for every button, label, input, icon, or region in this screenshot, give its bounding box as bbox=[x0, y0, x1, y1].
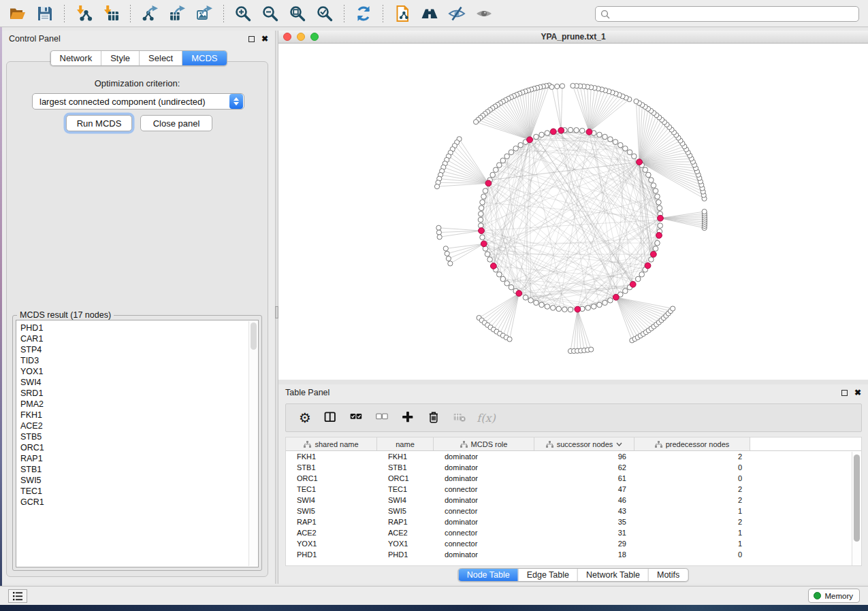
table-row[interactable]: SWI5SWI5connector431 bbox=[286, 506, 861, 516]
main-toolbar bbox=[0, 0, 868, 27]
mcds-result-item[interactable]: SWI5 bbox=[20, 475, 258, 486]
import-table-button[interactable] bbox=[99, 3, 123, 24]
float-panel-icon[interactable] bbox=[248, 36, 255, 42]
horizontal-splitter[interactable] bbox=[278, 380, 868, 384]
cell-predecessor-nodes: 2 bbox=[634, 452, 750, 461]
table-row[interactable]: STB1STB1dominator620 bbox=[286, 462, 861, 473]
show-all-button bbox=[472, 3, 496, 24]
mcds-result-item[interactable]: PMA2 bbox=[20, 399, 258, 410]
column-header-MCDS-role[interactable]: MCDS role bbox=[434, 437, 534, 450]
float-panel-icon[interactable] bbox=[841, 390, 848, 396]
hide-selected-button[interactable] bbox=[445, 3, 468, 24]
gear-icon: ⚙ bbox=[299, 411, 311, 425]
table-row[interactable]: FKH1FKH1dominator962 bbox=[286, 451, 861, 462]
tab-select[interactable]: Select bbox=[140, 51, 182, 65]
mcds-result-item[interactable]: GCR1 bbox=[20, 497, 258, 508]
scrollbar-thumb[interactable] bbox=[251, 323, 257, 350]
cell-shared-name: RAP1 bbox=[286, 518, 377, 526]
column-header-successor-nodes[interactable]: successor nodes bbox=[534, 437, 634, 450]
cell-MCDS-role: dominator bbox=[434, 518, 534, 526]
close-panel-icon[interactable]: ✖ bbox=[854, 389, 861, 397]
mcds-result-item[interactable]: CAR1 bbox=[20, 333, 258, 344]
tab-network[interactable]: Network bbox=[50, 51, 101, 65]
zoom-selected-button[interactable] bbox=[313, 3, 336, 24]
criterion-selected-value: largest connected component (undirected) bbox=[33, 97, 229, 107]
table-scrollbar[interactable] bbox=[852, 452, 861, 565]
column-header-name[interactable]: name bbox=[377, 437, 434, 450]
import-network-button[interactable] bbox=[72, 3, 95, 24]
run-mcds-button[interactable]: Run MCDS bbox=[66, 115, 132, 131]
mcds-result-item[interactable]: TEC1 bbox=[20, 486, 258, 497]
mcds-result-item[interactable]: STB1 bbox=[20, 464, 258, 475]
zoom-out-button[interactable] bbox=[259, 3, 282, 24]
memory-button[interactable]: Memory bbox=[808, 589, 860, 603]
cell-name: STB1 bbox=[377, 463, 434, 472]
mcds-result-item[interactable]: TID3 bbox=[20, 355, 258, 366]
control-panel: Control Panel ✖ NetworkStyleSelectMCDS O… bbox=[2, 31, 275, 584]
mcds-result-item[interactable]: FKH1 bbox=[20, 410, 258, 420]
table-row[interactable]: SWI4SWI4dominator462 bbox=[286, 495, 861, 506]
table-row[interactable]: PHD1PHD1dominator180 bbox=[286, 549, 861, 560]
open-session-button[interactable] bbox=[6, 3, 29, 24]
mcds-result-item[interactable]: SWI4 bbox=[20, 377, 258, 388]
mcds-result-item[interactable]: YOX1 bbox=[20, 366, 258, 377]
table-row[interactable]: YOX1YOX1connector291 bbox=[286, 538, 861, 549]
close-panel-button[interactable]: Close panel bbox=[140, 115, 212, 131]
mcds-result-item[interactable]: SRD1 bbox=[20, 388, 258, 399]
mcds-result-item[interactable]: ACE2 bbox=[20, 420, 258, 431]
tab-edge-table[interactable]: Edge Table bbox=[519, 569, 578, 581]
cell-predecessor-nodes: 0 bbox=[634, 474, 750, 482]
column-header-shared-name[interactable]: shared name bbox=[286, 437, 377, 450]
column-type-icon bbox=[304, 441, 311, 448]
cell-MCDS-role: connector bbox=[434, 540, 534, 548]
cell-shared-name: ACE2 bbox=[286, 529, 377, 537]
column-header-predecessor-nodes[interactable]: predecessor nodes bbox=[634, 437, 750, 450]
memory-status-icon bbox=[814, 592, 821, 599]
mcds-result-item[interactable]: ORC1 bbox=[20, 442, 258, 453]
search-box[interactable] bbox=[595, 6, 859, 22]
export-network-button[interactable] bbox=[138, 3, 161, 24]
export-table-button[interactable] bbox=[165, 3, 189, 24]
mcds-result-item[interactable]: PHD1 bbox=[20, 323, 258, 333]
scrollbar-thumb[interactable] bbox=[854, 455, 860, 542]
tab-mcds[interactable]: MCDS bbox=[182, 51, 226, 65]
first-neighbors-button[interactable] bbox=[418, 3, 441, 24]
apply-preferred-layout-button[interactable] bbox=[352, 3, 375, 24]
mcds-result-item[interactable]: STP4 bbox=[20, 344, 258, 355]
new-network-from-selection-button[interactable] bbox=[391, 3, 414, 24]
table-row[interactable]: ORC1ORC1dominator610 bbox=[286, 473, 861, 484]
close-panel-icon[interactable]: ✖ bbox=[261, 35, 268, 43]
zoom-in-button[interactable] bbox=[231, 3, 255, 24]
mcds-list-scrollbar[interactable] bbox=[248, 321, 257, 566]
optimization-criterion-select[interactable]: largest connected component (undirected) bbox=[32, 93, 244, 110]
tab-node-table[interactable]: Node Table bbox=[459, 569, 519, 581]
network-view[interactable] bbox=[278, 44, 868, 380]
deselect-all-rows-button[interactable] bbox=[372, 407, 393, 429]
cell-MCDS-role: dominator bbox=[434, 496, 534, 504]
column-settings-button[interactable]: ⚙ bbox=[294, 407, 316, 429]
cell-predecessor-nodes: 1 bbox=[634, 507, 750, 515]
tab-motifs[interactable]: Motifs bbox=[649, 569, 688, 581]
create-column-button[interactable] bbox=[398, 407, 419, 429]
search-input[interactable] bbox=[613, 7, 858, 20]
export-image-button[interactable] bbox=[193, 3, 216, 24]
table-row[interactable]: ACE2ACE2connector311 bbox=[286, 527, 861, 538]
mcds-result-item[interactable]: STB5 bbox=[20, 431, 258, 442]
column-header-filler bbox=[750, 437, 861, 450]
select-all-rows-button[interactable] bbox=[346, 407, 368, 429]
zoom-fit-button[interactable] bbox=[286, 3, 309, 24]
delete-columns-button[interactable] bbox=[423, 407, 445, 429]
mcds-result-list[interactable]: PHD1CAR1STP4TID3YOX1SWI4SRD1PMA2FKH1ACE2… bbox=[16, 320, 259, 567]
tab-network-table[interactable]: Network Table bbox=[578, 569, 649, 581]
save-session-button[interactable] bbox=[33, 3, 57, 24]
mcds-result-item[interactable]: RAP1 bbox=[20, 453, 258, 464]
network-window-titlebar[interactable]: YPA_prune.txt_1 bbox=[278, 31, 868, 44]
export-table-icon bbox=[168, 5, 186, 22]
table-row[interactable]: RAP1RAP1dominator352 bbox=[286, 516, 861, 527]
table-row[interactable]: TEC1TEC1connector472 bbox=[286, 484, 861, 495]
tab-style[interactable]: Style bbox=[101, 51, 140, 65]
task-history-button[interactable] bbox=[8, 589, 27, 603]
toolbar-separator bbox=[130, 5, 131, 22]
network-graph-svg[interactable] bbox=[278, 44, 868, 380]
toggle-panes-button[interactable] bbox=[320, 407, 342, 429]
